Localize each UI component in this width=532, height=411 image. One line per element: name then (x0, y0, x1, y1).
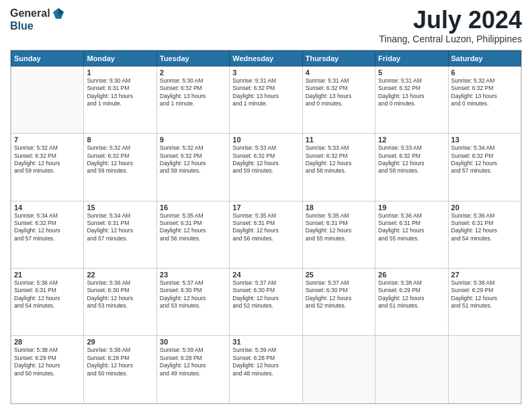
day-number: 7 (14, 136, 81, 144)
day-header: Thursday (302, 50, 375, 66)
day-number: 19 (378, 203, 445, 212)
day-header: Friday (375, 50, 448, 66)
calendar-cell: 6Sunrise: 5:32 AMSunset: 6:32 PMDaylight… (448, 66, 521, 133)
day-header: Monday (84, 50, 157, 66)
logo-icon (52, 7, 65, 20)
day-info: Sunrise: 5:31 AMSunset: 6:32 PMDaylight:… (378, 77, 445, 108)
day-number: 6 (451, 68, 518, 77)
day-info: Sunrise: 5:35 AMSunset: 6:31 PMDaylight:… (306, 212, 372, 243)
calendar-cell: 25Sunrise: 5:37 AMSunset: 6:30 PMDayligh… (302, 269, 375, 336)
day-number: 31 (232, 338, 299, 346)
calendar-cell: 23Sunrise: 5:37 AMSunset: 6:30 PMDayligh… (157, 269, 229, 336)
day-number: 4 (306, 68, 372, 77)
day-info: Sunrise: 5:34 AMSunset: 6:32 PMDaylight:… (451, 144, 518, 175)
day-number: 2 (160, 68, 226, 77)
day-header: Sunday (11, 50, 84, 66)
day-number: 25 (306, 271, 372, 279)
day-number: 14 (14, 203, 81, 212)
logo: General Blue (10, 7, 65, 32)
calendar-cell: 28Sunrise: 5:38 AMSunset: 6:29 PMDayligh… (11, 336, 84, 404)
day-info: Sunrise: 5:35 AMSunset: 6:31 PMDaylight:… (160, 212, 226, 243)
calendar-cell: 14Sunrise: 5:34 AMSunset: 6:32 PMDayligh… (11, 201, 84, 268)
calendar-week-row: 28Sunrise: 5:38 AMSunset: 6:29 PMDayligh… (11, 336, 521, 404)
day-info: Sunrise: 5:39 AMSunset: 6:28 PMDaylight:… (232, 347, 299, 377)
page: General Blue July 2024 Tinang, Central L… (0, 0, 532, 411)
day-number: 10 (232, 136, 299, 144)
day-info: Sunrise: 5:31 AMSunset: 6:32 PMDaylight:… (232, 77, 299, 108)
day-number: 12 (378, 136, 445, 144)
day-number: 11 (306, 136, 372, 144)
calendar-cell: 19Sunrise: 5:36 AMSunset: 6:31 PMDayligh… (375, 201, 448, 268)
day-number: 20 (451, 203, 518, 212)
day-info: Sunrise: 5:32 AMSunset: 6:32 PMDaylight:… (87, 144, 153, 175)
calendar-cell (448, 336, 521, 404)
day-info: Sunrise: 5:32 AMSunset: 6:32 PMDaylight:… (160, 144, 226, 175)
day-info: Sunrise: 5:33 AMSunset: 6:32 PMDaylight:… (232, 144, 299, 175)
calendar-cell: 21Sunrise: 5:36 AMSunset: 6:31 PMDayligh… (11, 269, 84, 336)
day-info: Sunrise: 5:33 AMSunset: 6:32 PMDaylight:… (306, 144, 372, 175)
header: General Blue July 2024 Tinang, Central L… (10, 7, 522, 44)
location: Tinang, Central Luzon, Philippines (379, 34, 522, 44)
calendar-cell: 1Sunrise: 5:30 AMSunset: 6:31 PMDaylight… (84, 66, 157, 133)
calendar-cell: 11Sunrise: 5:33 AMSunset: 6:32 PMDayligh… (302, 134, 375, 201)
title-section: July 2024 Tinang, Central Luzon, Philipp… (379, 7, 522, 44)
day-number: 16 (160, 203, 226, 212)
calendar-cell: 22Sunrise: 5:36 AMSunset: 6:30 PMDayligh… (84, 269, 157, 336)
day-info: Sunrise: 5:32 AMSunset: 6:32 PMDaylight:… (14, 144, 81, 175)
calendar-header-row: SundayMondayTuesdayWednesdayThursdayFrid… (11, 50, 521, 66)
day-number: 5 (378, 68, 445, 77)
calendar-cell: 12Sunrise: 5:33 AMSunset: 6:32 PMDayligh… (375, 134, 448, 201)
day-info: Sunrise: 5:34 AMSunset: 6:31 PMDaylight:… (87, 212, 153, 243)
day-number: 15 (87, 203, 153, 212)
day-info: Sunrise: 5:36 AMSunset: 6:31 PMDaylight:… (451, 212, 518, 243)
logo-blue-text: Blue (10, 20, 34, 32)
calendar-week-row: 14Sunrise: 5:34 AMSunset: 6:32 PMDayligh… (11, 201, 521, 268)
calendar-cell: 2Sunrise: 5:30 AMSunset: 6:32 PMDaylight… (157, 66, 229, 133)
calendar-cell: 17Sunrise: 5:35 AMSunset: 6:31 PMDayligh… (230, 201, 302, 268)
calendar-cell: 3Sunrise: 5:31 AMSunset: 6:32 PMDaylight… (230, 66, 302, 133)
calendar-cell: 9Sunrise: 5:32 AMSunset: 6:32 PMDaylight… (157, 134, 229, 201)
day-info: Sunrise: 5:34 AMSunset: 6:32 PMDaylight:… (14, 212, 81, 243)
calendar-cell: 24Sunrise: 5:37 AMSunset: 6:30 PMDayligh… (230, 269, 302, 336)
day-info: Sunrise: 5:31 AMSunset: 6:32 PMDaylight:… (306, 77, 372, 108)
day-number: 29 (87, 338, 153, 346)
day-number: 22 (87, 271, 153, 279)
day-info: Sunrise: 5:38 AMSunset: 6:29 PMDaylight:… (378, 279, 445, 310)
calendar-cell (11, 66, 84, 133)
calendar-cell: 4Sunrise: 5:31 AMSunset: 6:32 PMDaylight… (302, 66, 375, 133)
calendar-cell: 8Sunrise: 5:32 AMSunset: 6:32 PMDaylight… (84, 134, 157, 201)
calendar-cell: 15Sunrise: 5:34 AMSunset: 6:31 PMDayligh… (84, 201, 157, 268)
calendar-cell: 26Sunrise: 5:38 AMSunset: 6:29 PMDayligh… (375, 269, 448, 336)
day-info: Sunrise: 5:38 AMSunset: 6:28 PMDaylight:… (87, 347, 153, 377)
logo-general-text: General (10, 7, 50, 19)
day-header: Saturday (448, 50, 521, 66)
calendar-cell (302, 336, 375, 404)
calendar-cell: 27Sunrise: 5:38 AMSunset: 6:29 PMDayligh… (448, 269, 521, 336)
day-number: 23 (160, 271, 226, 279)
day-info: Sunrise: 5:37 AMSunset: 6:30 PMDaylight:… (232, 279, 299, 310)
day-number: 1 (87, 68, 153, 77)
day-number: 3 (232, 68, 299, 77)
day-info: Sunrise: 5:39 AMSunset: 6:28 PMDaylight:… (160, 347, 226, 377)
calendar-cell: 20Sunrise: 5:36 AMSunset: 6:31 PMDayligh… (448, 201, 521, 268)
day-number: 28 (14, 338, 81, 346)
calendar-cell: 18Sunrise: 5:35 AMSunset: 6:31 PMDayligh… (302, 201, 375, 268)
day-number: 26 (378, 271, 445, 279)
day-info: Sunrise: 5:33 AMSunset: 6:32 PMDaylight:… (378, 144, 445, 175)
day-info: Sunrise: 5:30 AMSunset: 6:32 PMDaylight:… (160, 77, 226, 108)
day-header: Tuesday (157, 50, 229, 66)
calendar-cell: 29Sunrise: 5:38 AMSunset: 6:28 PMDayligh… (84, 336, 157, 404)
day-number: 18 (306, 203, 372, 212)
day-number: 30 (160, 338, 226, 346)
calendar-cell: 7Sunrise: 5:32 AMSunset: 6:32 PMDaylight… (11, 134, 84, 201)
day-number: 24 (232, 271, 299, 279)
calendar-cell: 31Sunrise: 5:39 AMSunset: 6:28 PMDayligh… (230, 336, 302, 404)
calendar-cell: 30Sunrise: 5:39 AMSunset: 6:28 PMDayligh… (157, 336, 229, 404)
calendar-week-row: 7Sunrise: 5:32 AMSunset: 6:32 PMDaylight… (11, 134, 521, 201)
day-number: 21 (14, 271, 81, 279)
day-info: Sunrise: 5:35 AMSunset: 6:31 PMDaylight:… (232, 212, 299, 243)
day-info: Sunrise: 5:38 AMSunset: 6:29 PMDaylight:… (14, 347, 81, 377)
day-number: 17 (232, 203, 299, 212)
day-info: Sunrise: 5:36 AMSunset: 6:31 PMDaylight:… (378, 212, 445, 243)
calendar-cell (375, 336, 448, 404)
